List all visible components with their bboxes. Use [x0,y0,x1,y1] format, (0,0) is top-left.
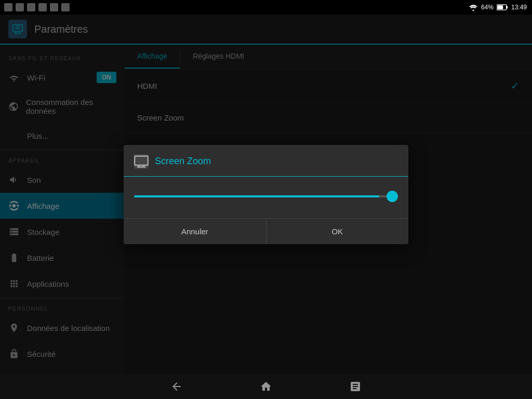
cancel-button[interactable]: Annuler [124,219,266,244]
dialog-title-icon [134,154,149,169]
bottom-nav-bar [0,374,532,399]
slider-track [134,195,398,197]
svg-point-0 [472,10,474,11]
dialog-actions: Annuler OK [124,218,408,244]
wifi-icon [469,4,478,11]
home-button[interactable] [258,378,274,395]
status-icons: 64% 13:49 [469,4,527,11]
ok-button[interactable]: OK [267,219,409,244]
notif-icon-5 [50,3,58,11]
svg-rect-2 [507,6,508,8]
notification-icons [0,0,70,15]
notif-icon-1 [4,3,12,11]
zoom-slider[interactable] [134,187,398,206]
dialog-header: Screen Zoom [124,145,408,177]
back-button[interactable] [168,378,185,395]
battery-icon [497,4,508,10]
notif-icon-6 [61,3,70,11]
dialog-title-text: Screen Zoom [155,156,211,167]
dialog-overlay: Screen Zoom Annuler OK [0,15,532,374]
screen-zoom-dialog: Screen Zoom Annuler OK [124,145,408,244]
notif-icon-4 [38,3,47,11]
svg-rect-11 [135,156,148,165]
svg-rect-3 [497,5,503,9]
time-display: 13:49 [511,4,527,11]
slider-fill [134,195,379,197]
dialog-body [124,177,408,218]
slider-thumb[interactable] [387,191,398,202]
notif-icon-2 [16,3,24,11]
battery-percent: 64% [481,4,494,11]
notif-icon-3 [27,3,35,11]
status-bar: 64% 13:49 [0,0,532,15]
recents-button[interactable] [347,378,364,395]
